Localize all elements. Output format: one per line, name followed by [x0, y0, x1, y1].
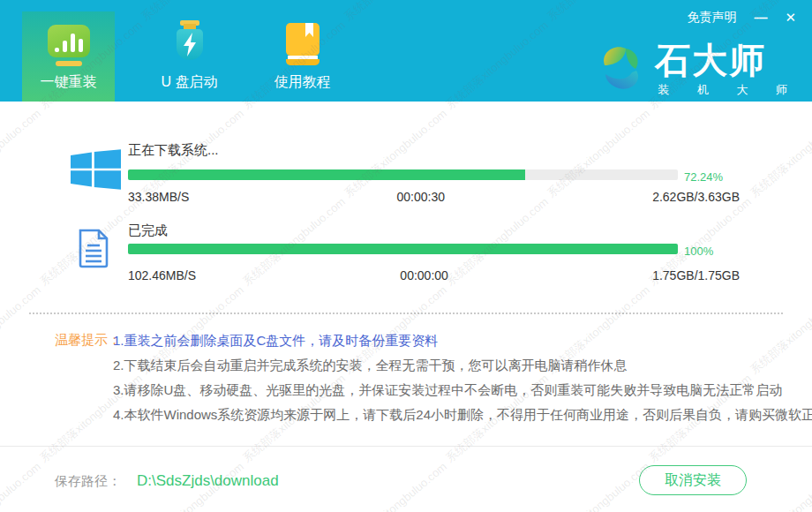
minimize-icon[interactable]: —: [754, 10, 767, 26]
progress-bar-pe: [128, 244, 678, 254]
header: 一键重装 U 盘启动: [0, 0, 812, 102]
tab-tutorial[interactable]: 使用教程: [256, 11, 349, 102]
watermark-text: 系统部落xitongbuluo.com: [0, 282, 44, 378]
save-path-value: D:\SdsZjds\download: [137, 472, 279, 490]
progress-fill: [128, 244, 678, 254]
brand-logo-icon: [596, 41, 647, 97]
dotted-divider: [29, 312, 783, 314]
download-stats: 102.46MB/S 00:00:00 1.75GB/1.75GB: [128, 268, 740, 282]
tips-label: 温馨提示：: [55, 332, 121, 349]
tab-label: 一键重装: [41, 73, 97, 92]
tip-item: 2.下载结束后会自动重启并完成系统的安装，全程无需干预，您可以离开电脑请稍作休息: [113, 357, 793, 373]
tab-label: U 盘启动: [162, 73, 218, 92]
download-section-system: 正在下载系统... 72.24% 33.38MB/S 00:00:30 2.62…: [78, 142, 759, 213]
tab-usb-boot[interactable]: U 盘启动: [143, 11, 236, 102]
brand-title: 石大师: [655, 41, 800, 79]
footer-bar: 保存路径： D:\SdsZjds\download 取消安装: [0, 446, 812, 512]
download-title: 正在下载系统...: [128, 142, 219, 159]
progress-bar-system: [128, 169, 678, 180]
download-time: 00:00:00: [400, 268, 448, 282]
close-icon[interactable]: ✕: [785, 10, 796, 26]
download-speed: 102.46MB/S: [128, 268, 196, 282]
windows-logo-icon: [71, 149, 121, 193]
document-icon: [78, 228, 109, 272]
tip-item: 3.请移除U盘、移动硬盘、光驱里的光盘，并保证安装过程中不会断电，否则重装可能失…: [113, 381, 793, 398]
titlebar-controls: 免责声明 — ✕: [687, 10, 796, 26]
tab-one-click-reinstall[interactable]: 一键重装: [22, 11, 115, 102]
cancel-install-button[interactable]: 取消安装: [639, 465, 747, 495]
save-path-label: 保存路径：: [55, 473, 121, 490]
download-size: 2.62GB/3.63GB: [652, 190, 740, 204]
brand-logo: 石大师 装 机 大 师: [596, 41, 800, 98]
tip-item: 4.本软件Windows系统资源均来源于网上，请下载后24小时删除，不得用于任何…: [113, 406, 793, 423]
disclaimer-link[interactable]: 免责声明: [687, 10, 736, 26]
download-title: 已完成: [128, 222, 168, 239]
progress-fill: [128, 169, 525, 180]
download-time: 00:00:30: [396, 190, 445, 204]
download-speed: 33.38MB/S: [128, 190, 189, 204]
book-icon: [283, 22, 322, 66]
download-stats: 33.38MB/S 00:00:30 2.62GB/3.63GB: [128, 190, 740, 204]
tip-item: 1.重装之前会删除桌面及C盘文件，请及时备份重要资料: [113, 332, 793, 349]
app-window: 一键重装 U 盘启动: [0, 0, 812, 512]
download-section-pe: 已完成 100% 102.46MB/S 00:00:00 1.75GB/1.75…: [78, 222, 759, 293]
bar-chart-icon: [48, 25, 90, 66]
tips-list: 1.重装之前会删除桌面及C盘文件，请及时备份重要资料 2.下载结束后会自动重启并…: [113, 332, 793, 431]
progress-percent: 100%: [684, 245, 713, 258]
download-size: 1.75GB/1.75GB: [652, 268, 740, 282]
brand-subtitle: 装 机 大 师: [655, 82, 800, 98]
progress-percent: 72.24%: [684, 170, 723, 184]
tab-label: 使用教程: [274, 73, 331, 92]
watermark-text: 系统部落xitongbuluo.com: [0, 106, 44, 201]
usb-shield-icon: [169, 20, 210, 66]
